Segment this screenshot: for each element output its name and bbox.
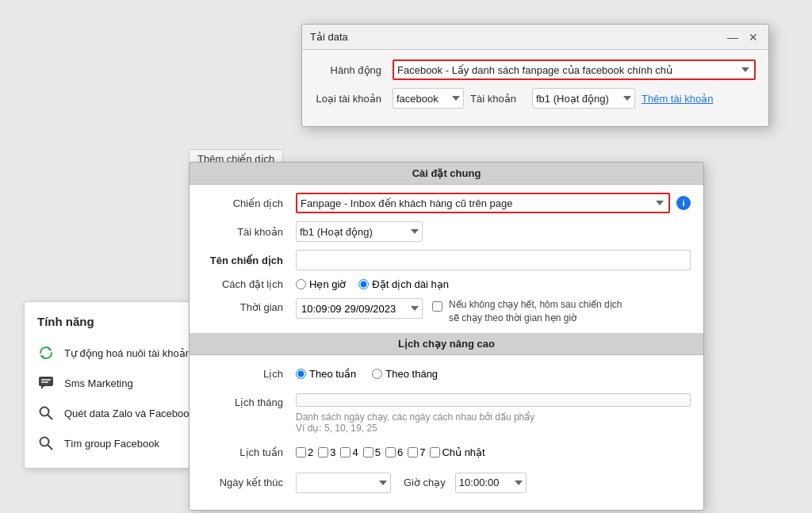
chien-dich-row: Chiến dịch Fanpage - Inbox đến khách hàn… [202,193,691,213]
tai-khoan-cd-select[interactable]: fb1 (Hoạt động) [296,221,423,242]
cach-dat-lich-row: Cách đặt lịch Hẹn giờ Đặt dịch dài hạn [202,278,691,290]
theo-tuan-radio[interactable] [296,369,306,379]
ngay-ket-thuc-row: Ngày kết thúc Giờ chạy 10:00:00 [202,472,691,494]
lich-tuan-days: 2 3 4 5 6 7 Chủ nhật [296,446,485,458]
tai-khoan-label: Tài khoản [470,93,526,105]
day-6[interactable]: 6 [385,446,403,458]
day-7[interactable]: 7 [408,446,425,458]
lich-group: Theo tuần Theo tháng [296,368,438,380]
tai-data-dialog: Tải data — ✕ Hành động Facebook - Lấy da… [301,24,769,127]
cach-dat-lich-label: Cách đặt lịch [202,278,289,290]
chat-icon [37,374,55,392]
dat-lich-dai-han-option[interactable]: Đặt dịch dài hạn [358,278,449,290]
lich-row: Lịch Theo tuần Theo tháng [202,363,691,385]
loai-tai-khoan-select[interactable]: facebook [393,88,464,109]
search-icon-quet [37,404,55,422]
dat-lich-dai-han-label: Đặt dịch dài hạn [372,278,449,290]
search-icon-group [37,435,55,452]
lich-thang-input[interactable] [296,393,691,407]
sidebar-item-label-quet: Quét data Zalo và Facebook [64,408,194,419]
checkbox-day-3[interactable] [318,447,328,457]
day-6-label: 6 [397,446,403,458]
day-cn-label: Chủ nhật [442,446,485,458]
loai-tai-khoan-row: Loại tài khoản facebook Tài khoản fb1 (H… [315,88,756,109]
ngay-ket-thuc-select[interactable] [296,473,391,493]
theo-thang-option[interactable]: Theo tháng [372,368,438,380]
thoi-gian-checkbox[interactable] [432,301,442,312]
day-4-label: 4 [352,446,358,458]
theo-thang-radio[interactable] [372,369,382,379]
hanh-dong-select[interactable]: Facebook - Lấy danh sách fanpage của fac… [393,59,756,80]
lich-nang-cao-header: Lịch chạy nâng cao [190,333,703,355]
lich-thang-note1: Danh sách ngày chạy, các ngày cách nhau … [296,412,691,423]
them-chien-dich-dialog: Cài đặt chung Chiến dịch Fanpage - Inbox… [189,162,704,511]
dat-lich-dai-han-radio[interactable] [358,279,369,289]
gio-chay-label: Giờ chạy [404,477,446,488]
tai-data-body: Hành động Facebook - Lấy danh sách fanpa… [302,50,768,126]
thoi-gian-select[interactable]: 10:09:09 29/09/2023 [296,298,423,319]
hen-gio-radio[interactable] [296,279,306,289]
tai-data-title: Tải data [310,31,348,43]
ten-chien-dich-row: Tên chiến dịch [202,250,691,270]
tai-khoan-cd-label: Tài khoản [202,226,289,238]
hen-gio-label: Hẹn giờ [309,278,346,290]
checkbox-day-7[interactable] [408,447,418,457]
hanh-dong-row: Hành động Facebook - Lấy danh sách fanpa… [315,59,756,80]
checkbox-day-5[interactable] [363,447,373,457]
chien-dich-label: Chiến dịch [202,197,289,209]
day-5-label: 5 [375,446,381,458]
gio-chay-select[interactable]: 10:00:00 [455,473,527,493]
thoi-gian-row: Thời gian 10:09:09 29/09/2023 Nếu không … [202,298,691,325]
ten-chien-dich-label: Tên chiến dịch [202,255,289,266]
lich-tuan-label: Lịch tuần [202,446,289,458]
day-2[interactable]: 2 [296,446,313,458]
titlebar-controls: — ✕ [726,30,760,44]
chien-dich-select[interactable]: Fanpage - Inbox đến khách hàng cũ trên p… [296,193,670,213]
loai-tk-label: Loại tài khoản [315,93,386,105]
tai-khoan-select[interactable]: fb1 (Hoạt động) [532,88,635,109]
minimize-button[interactable]: — [726,30,740,44]
ten-chien-dich-input[interactable] [296,250,691,270]
svg-line-5 [48,415,52,419]
svg-line-7 [48,445,52,450]
info-icon[interactable]: i [676,196,691,210]
checkbox-day-2[interactable] [296,447,306,457]
checkbox-day-4[interactable] [340,447,350,457]
thoi-gian-note-container: Nếu không chạy hết, hôm sau chiến dịch s… [432,298,623,325]
sidebar-item-label-tu-dong-hoa: Tự động hoá nuôi tài khoản [64,347,191,359]
lich-tuan-row: Lịch tuần 2 3 4 5 6 7 Chủ nhật [202,442,691,464]
thoi-gian-note: Nếu không chạy hết, hôm sau chiến dịch s… [449,298,623,325]
them-cd-body: Chiến dịch Fanpage - Inbox đến khách hàn… [190,185,703,510]
lich-thang-row: Lịch tháng Danh sách ngày chạy, các ngày… [202,393,691,434]
day-cn[interactable]: Chủ nhật [430,446,485,458]
cach-dat-lich-group: Hẹn giờ Đặt dịch dài hạn [296,278,691,290]
tai-data-titlebar: Tải data — ✕ [302,25,768,50]
day-3-label: 3 [330,446,335,458]
sidebar-item-label-tim-group: Tìm group Facebook [64,438,159,450]
lich-thang-label: Lịch tháng [202,393,289,408]
lich-thang-container: Danh sách ngày chạy, các ngày cách nhau … [296,393,691,434]
tai-khoan-cd-row: Tài khoản fb1 (Hoạt động) [202,221,691,242]
refresh-icon [37,344,55,362]
cai-dat-chung-header: Cài đặt chung [190,163,703,185]
day-4[interactable]: 4 [340,446,358,458]
lich-thang-note2: Ví dụ: 5, 10, 19, 25 [296,423,691,434]
day-7-label: 7 [419,446,425,458]
theo-tuan-option[interactable]: Theo tuần [296,368,356,380]
ngay-ket-thuc-label: Ngày kết thúc [202,477,289,488]
lich-label: Lịch [202,368,289,380]
theo-thang-label: Theo tháng [385,368,438,380]
day-2-label: 2 [308,446,313,458]
checkbox-day-6[interactable] [385,447,396,457]
svg-marker-1 [41,386,44,389]
day-3[interactable]: 3 [318,446,335,458]
svg-rect-0 [39,377,53,386]
hanh-dong-label: Hành động [315,64,386,76]
checkbox-day-cn[interactable] [430,447,440,457]
thoi-gian-label: Thời gian [202,298,289,313]
theo-tuan-label: Theo tuần [309,368,356,380]
hen-gio-option[interactable]: Hẹn giờ [296,278,346,290]
day-5[interactable]: 5 [363,446,381,458]
close-button[interactable]: ✕ [746,30,760,44]
them-tai-khoan-link[interactable]: Thêm tài khoản [642,93,713,105]
